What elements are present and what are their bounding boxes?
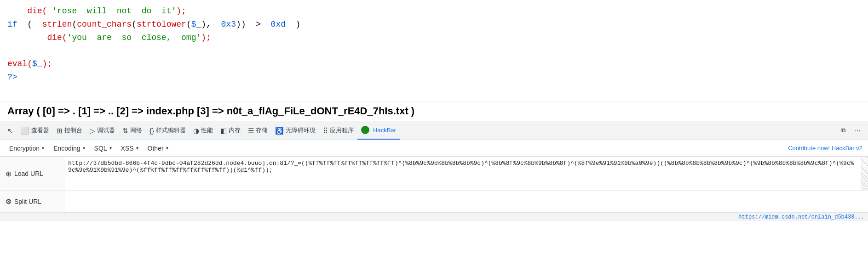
hackbar-load-url-row: ⊕ Load URL — [0, 157, 868, 191]
devtools-right-buttons: ⧉ ⋯ — [838, 127, 864, 134]
code-area: die( 'rose will not do it'); if ( strlen… — [0, 0, 868, 101]
status-bar: https://miem.csdn.net/onlain_d5b438... — [0, 213, 868, 221]
load-url-label[interactable]: ⊕ Load URL — [0, 157, 64, 190]
hackbar-url-input-area — [64, 157, 861, 190]
accessibility-icon: ♿ — [275, 127, 284, 134]
other-label: Other — [148, 145, 164, 152]
devtools-memory-btn[interactable]: ◧ 内存 — [217, 121, 244, 140]
code-line-3: die('you are so close, omg'); — [7, 31, 861, 45]
inspect-icon: ↖ — [7, 127, 13, 134]
code-line-5: eval($_); — [7, 57, 861, 71]
storage-icon: ☰ — [248, 127, 254, 134]
perf-icon: ◑ — [193, 127, 199, 134]
memory-icon: ◧ — [220, 127, 227, 134]
devtools-network-label: 网络 — [130, 126, 142, 135]
encoding-label: Encoding — [53, 145, 80, 152]
hackbar-url-input[interactable] — [68, 160, 857, 187]
xss-chevron-icon: ▾ — [136, 146, 138, 151]
code-line-2: if ( strlen(count_chars(strtolower($_), … — [7, 18, 861, 31]
devtools-console-label: 控制台 — [64, 126, 82, 135]
split-url-text: Split URL — [14, 198, 41, 205]
network-icon: ⇅ — [122, 127, 128, 134]
devtools-application-btn[interactable]: ⠿ 应用程序 — [319, 121, 357, 140]
devtools-debugger-label: 调试器 — [97, 126, 115, 135]
debugger-icon: ▷ — [90, 127, 95, 134]
devtools-accessibility-btn[interactable]: ♿ 无障碍环境 — [271, 121, 319, 140]
status-url-text: https://miem.csdn.net/onlain_d5b438... — [738, 214, 864, 220]
hackbar-contribute-text: Contribute now! HackBar v2 — [788, 145, 862, 152]
hackbar-content: ⊕ Load URL ⊗ Split URL — [0, 157, 868, 213]
hackbar-sql-btn[interactable]: SQL ▾ — [91, 143, 115, 154]
code-line-4 — [7, 44, 861, 57]
hackbar-xss-btn[interactable]: XSS ▾ — [117, 143, 142, 154]
encoding-chevron-icon: ▾ — [83, 146, 85, 151]
split-url-icon: ⊗ — [6, 197, 11, 206]
devtools-debugger-btn[interactable]: ▷ 调试器 — [86, 121, 119, 140]
hackbar-resize-handle[interactable] — [861, 157, 868, 190]
devtools-storage-label: 存储 — [256, 126, 268, 135]
code-line-1: die( 'rose will not do it'); — [7, 5, 861, 18]
more-icon: ⋯ — [855, 127, 861, 134]
devtools-memory-label: 内存 — [229, 126, 241, 135]
popout-icon: ⧉ — [841, 127, 845, 134]
array-output: Array ( [0] => . [1] => .. [2] => index.… — [0, 101, 868, 121]
devtools-hackbar-label: HackBar — [373, 127, 396, 134]
devtools-accessibility-label: 无障碍环境 — [286, 126, 316, 135]
devtools-perf-btn[interactable]: ◑ 性能 — [190, 121, 217, 140]
split-url-label[interactable]: ⊗ Split URL — [0, 191, 64, 212]
devtools-storage-btn[interactable]: ☰ 存储 — [244, 121, 271, 140]
console-icon: ⊞ — [57, 127, 63, 134]
application-icon: ⠿ — [323, 127, 328, 134]
other-chevron-icon: ▾ — [166, 146, 168, 151]
sql-label: SQL — [94, 145, 107, 152]
hackbar-encryption-btn[interactable]: Encryption ▾ — [6, 143, 48, 154]
encryption-label: Encryption — [9, 145, 40, 152]
devtools-perf-label: 性能 — [201, 126, 213, 135]
devtools-inspect-btn[interactable]: ↖ — [4, 121, 17, 140]
style-icon: {} — [149, 127, 154, 134]
devtools-hackbar-btn[interactable]: HackBar — [357, 121, 400, 140]
encryption-chevron-icon: ▾ — [42, 146, 44, 151]
devtools-network-btn[interactable]: ⇅ 网络 — [119, 121, 146, 140]
xss-label: XSS — [121, 145, 134, 152]
viewer-icon: ⬜ — [21, 127, 29, 134]
load-url-icon: ⊕ — [6, 169, 11, 178]
hackbar-encoding-btn[interactable]: Encoding ▾ — [50, 143, 88, 154]
devtools-application-label: 应用程序 — [330, 126, 354, 135]
load-url-text: Load URL — [14, 170, 43, 177]
hackbar-menu: Encryption ▾ Encoding ▾ SQL ▾ XSS ▾ Othe… — [0, 140, 868, 157]
devtools-style-label: 样式编辑器 — [156, 126, 186, 135]
devtools-viewer-label: 查看器 — [31, 126, 49, 135]
devtools-viewer-btn[interactable]: ⬜ 查看器 — [17, 121, 53, 140]
hackbar-dot-icon — [361, 126, 369, 134]
code-line-6: ?> — [7, 71, 861, 84]
hackbar-other-btn[interactable]: Other ▾ — [144, 143, 172, 154]
devtools-toolbar: ↖ ⬜ 查看器 ⊞ 控制台 ▷ 调试器 ⇅ 网络 {} 样式编辑器 ◑ 性能 ◧… — [0, 121, 868, 140]
devtools-style-btn[interactable]: {} 样式编辑器 — [146, 121, 190, 140]
hackbar-split-url-row: ⊗ Split URL — [0, 191, 868, 213]
devtools-more-btn[interactable]: ⋯ — [851, 127, 864, 134]
devtools-popout-btn[interactable]: ⧉ — [838, 127, 849, 134]
devtools-console-btn[interactable]: ⊞ 控制台 — [53, 121, 86, 140]
sql-chevron-icon: ▾ — [109, 146, 112, 151]
